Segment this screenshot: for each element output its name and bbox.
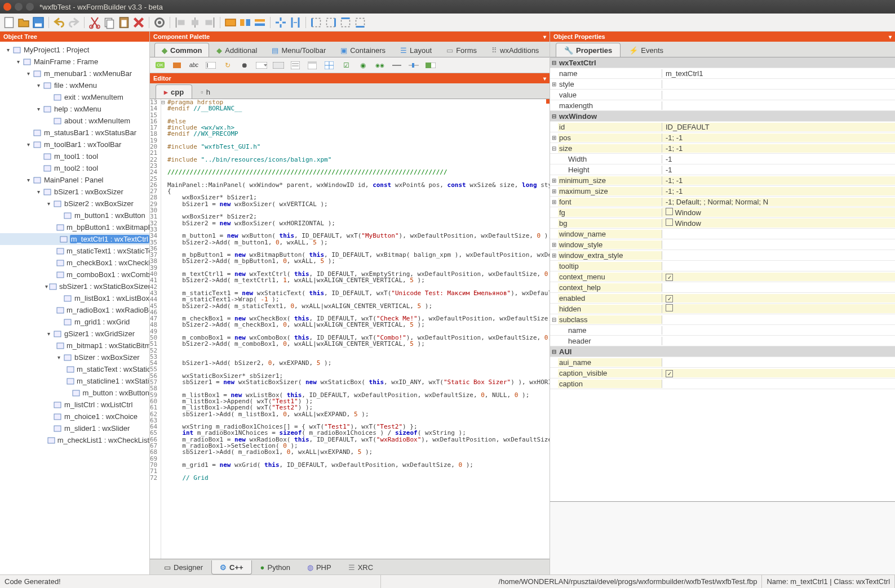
layout-1-button[interactable] xyxy=(224,16,237,29)
code-editor[interactable]: 13 14 15 16 17 18 19 20 21 22 23 24 25 2… xyxy=(150,99,550,559)
open-button[interactable] xyxy=(17,16,30,29)
tree-item[interactable]: ▾MyProject1 : Project xyxy=(0,44,149,56)
tree-item[interactable]: ▾MainFrame : Frame xyxy=(0,56,149,68)
tree-item[interactable]: ▾m_menubar1 : wxMenuBar xyxy=(0,68,149,79)
property-row[interactable]: ⊞pos-1; -1 xyxy=(550,132,895,143)
property-row[interactable]: caption xyxy=(550,378,895,389)
tree-item[interactable]: m_staticText1 : wxStaticTex xyxy=(0,245,149,257)
property-row[interactable]: tooltip xyxy=(550,261,895,271)
pal-radiobox-icon[interactable]: ◉◉ xyxy=(373,60,387,71)
tree-item[interactable]: ▾m_toolBar1 : wxToolBar xyxy=(0,139,149,150)
window-minimize-icon[interactable] xyxy=(15,3,23,11)
tree-item[interactable]: m_tool1 : tool xyxy=(0,150,149,162)
property-row[interactable]: bg Window xyxy=(550,218,895,229)
pal-bitmapbutton-icon[interactable] xyxy=(170,60,184,71)
tree-item[interactable]: m_bpButton1 : wxBitmapBu xyxy=(0,221,149,233)
property-row[interactable]: ⊟size-1; -1 xyxy=(550,143,895,154)
property-row[interactable]: context_menu✓ xyxy=(550,271,895,282)
tab-cpp-file[interactable]: ▸cpp xyxy=(156,84,192,99)
tree-item[interactable]: ▾MainPanel : Panel xyxy=(0,174,149,186)
tree-item[interactable]: ▾help : wxMenu xyxy=(0,103,149,115)
property-row[interactable]: ⊞minimum_size-1; -1 xyxy=(550,175,895,186)
property-row[interactable]: aui_name xyxy=(550,357,895,368)
border-right-button[interactable] xyxy=(324,16,338,29)
layout-3-button[interactable] xyxy=(253,16,267,29)
tree-item[interactable]: ▾file : wxMenu xyxy=(0,79,149,91)
tree-item[interactable]: m_grid1 : wxGrid xyxy=(0,316,149,328)
property-row[interactable]: name xyxy=(550,325,895,336)
pal-record-icon[interactable]: ⏺ xyxy=(238,60,251,71)
pal-grid-icon[interactable] xyxy=(322,60,336,71)
tab-python[interactable]: ●Python xyxy=(252,560,299,574)
property-row[interactable]: window_name xyxy=(550,229,895,239)
paste-button[interactable] xyxy=(117,16,131,29)
tree-item[interactable]: m_checkBox1 : wxCheckBox xyxy=(0,257,149,269)
pal-gauge-icon[interactable] xyxy=(424,60,437,71)
window-close-icon[interactable] xyxy=(3,3,11,11)
tree-item[interactable]: m_choice1 : wxChoice xyxy=(0,411,149,422)
tab-xrc[interactable]: ☰XRC xyxy=(340,560,382,574)
tree-item[interactable]: about : wxMenuItem xyxy=(0,115,149,127)
tree-item[interactable]: m_statusBar1 : wxStatusBar xyxy=(0,127,149,139)
property-row[interactable]: ⊞window_style xyxy=(550,239,895,250)
tab-cpp[interactable]: ⚙C++ xyxy=(211,560,252,574)
tree-item[interactable]: m_comboBox1 : wxComboB xyxy=(0,269,149,280)
tree-item[interactable]: m_listBox1 : wxListBox xyxy=(0,292,149,304)
expand-button[interactable] xyxy=(274,16,287,29)
property-row[interactable]: ⊞maximum_size-1; -1 xyxy=(550,186,895,197)
tab-common[interactable]: ◆Common xyxy=(154,43,209,57)
tab-containers[interactable]: ▣Containers xyxy=(333,43,393,57)
pal-choice-icon[interactable] xyxy=(272,60,285,71)
tree-item[interactable]: exit : wxMenuItem xyxy=(0,91,149,103)
property-row[interactable]: maxlength xyxy=(550,100,895,111)
tree-item[interactable]: m_button1 : wxButton xyxy=(0,210,149,221)
property-row[interactable]: value xyxy=(550,90,895,100)
tree-item[interactable]: m_textCtrl1 : wxTextCtrl xyxy=(0,233,149,245)
new-button[interactable] xyxy=(2,16,16,29)
tree-item[interactable]: m_staticline1 : wxStaticLi xyxy=(0,375,149,387)
tree-item[interactable]: m_tool2 : tool xyxy=(0,162,149,174)
tab-additional[interactable]: ◆Additional xyxy=(209,43,264,57)
property-row[interactable]: enabled✓ xyxy=(550,293,895,304)
pal-statictext-icon[interactable]: abc xyxy=(187,60,201,71)
property-row[interactable]: namem_textCtrl1 xyxy=(550,68,895,79)
tree-item[interactable]: ▾sbSizer1 : wxStaticBoxSizer xyxy=(0,280,149,292)
pal-combo-icon[interactable] xyxy=(255,60,268,71)
tab-menu-toolbar[interactable]: ▤Menu/Toolbar xyxy=(264,43,333,57)
tree-item[interactable]: ▾gSizer1 : wxGridSizer xyxy=(0,328,149,340)
property-grid[interactable]: ⊟wxTextCtrlnamem_textCtrl1⊞stylevaluemax… xyxy=(550,57,895,501)
property-row[interactable]: ⊞window_extra_style xyxy=(550,250,895,261)
pal-listctrl-icon[interactable] xyxy=(305,60,319,71)
border-bottom-button[interactable] xyxy=(353,16,367,29)
tree-item[interactable]: m_slider1 : wxSlider xyxy=(0,422,149,434)
pal-refresh-icon[interactable]: ↻ xyxy=(221,60,234,71)
tree-item[interactable]: ▾bSizer : wxBoxSizer xyxy=(0,351,149,363)
redo-button[interactable] xyxy=(67,16,81,29)
property-row[interactable]: hidden xyxy=(550,304,895,314)
tab-h-file[interactable]: ▫h xyxy=(192,84,219,99)
property-row[interactable]: ⊟subclass xyxy=(550,314,895,325)
tree-item[interactable]: m_staticText : wxStaticTe xyxy=(0,363,149,375)
tree-item[interactable]: ▾bSizer2 : wxBoxSizer xyxy=(0,198,149,210)
pal-textctrl-icon[interactable] xyxy=(204,60,218,71)
pal-checkbox-icon[interactable]: ☑ xyxy=(339,60,353,71)
tab-php[interactable]: ◍PHP xyxy=(299,560,340,574)
tree-item[interactable]: m_bitmap1 : wxStaticBitma xyxy=(0,340,149,351)
property-row[interactable]: idID_DEFAULT xyxy=(550,122,895,132)
align-left-button[interactable] xyxy=(174,16,187,29)
property-row[interactable]: Width-1 xyxy=(550,154,895,164)
border-top-button[interactable] xyxy=(339,16,352,29)
generate-button[interactable] xyxy=(153,16,166,29)
property-row[interactable]: ⊞style xyxy=(550,79,895,90)
tree-item[interactable]: m_checkList1 : wxCheckList xyxy=(0,434,149,446)
delete-button[interactable] xyxy=(132,16,145,29)
pal-listbox-icon[interactable] xyxy=(289,60,302,71)
property-row[interactable]: fg Window xyxy=(550,207,895,218)
undo-button[interactable] xyxy=(52,16,66,29)
property-row[interactable]: Height-1 xyxy=(550,164,895,175)
tab-layout[interactable]: ☰Layout xyxy=(393,43,439,57)
tree-item[interactable]: m_button : wxButton xyxy=(0,387,149,399)
save-button[interactable] xyxy=(32,16,45,29)
tab-properties[interactable]: 🔧Properties xyxy=(556,43,621,57)
border-left-button[interactable] xyxy=(309,16,323,29)
